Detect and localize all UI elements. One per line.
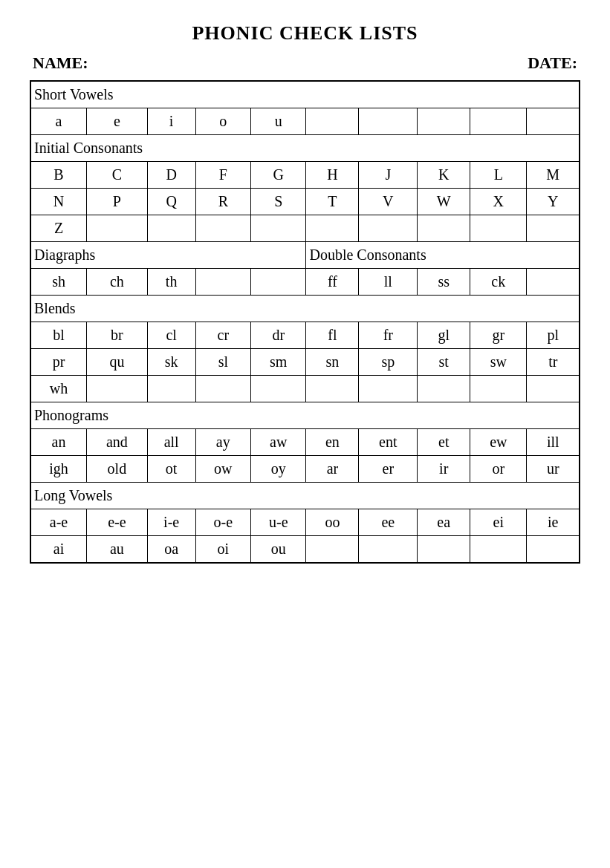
cell-bl-pl: pl [527,322,580,349]
cell-ic-blank2 [147,215,195,242]
cell-ic-blank9 [527,215,580,242]
cell-bl-sn: sn [306,349,359,376]
cell-lv-blank3 [418,536,470,564]
cell-dc-ll: ll [359,269,418,296]
cell-bl-st: st [418,349,470,376]
cell-ic-K: K [418,162,470,189]
cell-bl-tr: tr [527,349,580,376]
cell-bl-blank3 [195,376,250,402]
blends-header-row: Blends [30,296,580,322]
short-vowels-header-row: Short Vowels [30,81,580,108]
cell-ic-R: R [195,189,250,215]
diagraphs-header-row: Diagraphs Double Consonants [30,242,580,269]
cell-ic-Z: Z [30,215,87,242]
cell-bl-sk: sk [147,349,195,376]
cell-ic-L: L [470,162,527,189]
initial-consonants-row2: N P Q R S T V W X Y [30,189,580,215]
cell-ic-blank6 [359,215,418,242]
cell-sv-blank3 [418,108,470,135]
cell-lv-oo: oo [306,509,359,536]
phonic-checklist-table: Short Vowels a e i o u Initial Consonant… [30,80,580,564]
cell-dc-ck: ck [470,269,527,296]
cell-ic-P: P [87,189,148,215]
cell-bl-sw: sw [470,349,527,376]
cell-ic-blank1 [87,215,148,242]
cell-ic-F: F [195,162,250,189]
phonograms-row2: igh old ot ow oy ar er ir or ur [30,456,580,483]
cell-ph-oy: oy [251,456,306,483]
cell-ph-old: old [87,456,148,483]
cell-lv-ee2: ee [359,509,418,536]
cell-ph-or: or [470,456,527,483]
cell-bl-blank2 [147,376,195,402]
initial-consonants-header-row: Initial Consonants [30,135,580,162]
cell-ic-N: N [30,189,87,215]
cell-dg-th: th [147,269,195,296]
double-consonants-header: Double Consonants [306,242,580,269]
cell-ic-Q: Q [147,189,195,215]
long-vowels-header: Long Vowels [30,483,580,509]
long-vowels-row1: a-e e-e i-e o-e u-e oo ee ea ei ie [30,509,580,536]
cell-ic-blank5 [306,215,359,242]
cell-bl-blank6 [359,376,418,402]
blends-row2: pr qu sk sl sm sn sp st sw tr [30,349,580,376]
cell-bl-fr: fr [359,322,418,349]
cell-dc-ff: ff [306,269,359,296]
cell-ph-ent: ent [359,429,418,456]
cell-sv-i: i [147,108,195,135]
cell-lv-au: au [87,536,148,564]
cell-ic-blank4 [251,215,306,242]
cell-bl-gl: gl [418,322,470,349]
long-vowels-row2: ai au oa oi ou [30,536,580,564]
cell-ph-aw: aw [251,429,306,456]
cell-ph-all: all [147,429,195,456]
cell-ph-er: er [359,456,418,483]
cell-ph-et: et [418,429,470,456]
cell-ic-X: X [470,189,527,215]
cell-lv-blank1 [306,536,359,564]
initial-consonants-header: Initial Consonants [30,135,580,162]
cell-ic-blank7 [418,215,470,242]
phonograms-header-row: Phonograms [30,402,580,429]
cell-bl-blank7 [418,376,470,402]
cell-bl-sp: sp [359,349,418,376]
cell-ic-Y: Y [527,189,580,215]
cell-ph-ur: ur [527,456,580,483]
cell-sv-blank1 [306,108,359,135]
cell-dg-ch: ch [87,269,148,296]
blends-header: Blends [30,296,580,322]
cell-ph-ew: ew [470,429,527,456]
cell-bl-gr: gr [470,322,527,349]
cell-lv-ai: ai [30,536,87,564]
cell-ic-M: M [527,162,580,189]
cell-lv-oi: oi [195,536,250,564]
cell-bl-cl: cl [147,322,195,349]
cell-ph-ir: ir [418,456,470,483]
cell-lv-ei: ei [470,509,527,536]
cell-ph-ill: ill [527,429,580,456]
cell-lv-blank4 [470,536,527,564]
cell-lv-ae: a-e [30,509,87,536]
cell-bl-blank5 [306,376,359,402]
cell-sv-blank2 [359,108,418,135]
cell-bl-bl: bl [30,322,87,349]
cell-bl-blank4 [251,376,306,402]
page-title: PHONIC CHECK LISTS [30,22,580,45]
short-vowels-row: a e i o u [30,108,580,135]
cell-bl-sm: sm [251,349,306,376]
cell-dc-ss: ss [418,269,470,296]
phonograms-header: Phonograms [30,402,580,429]
cell-bl-cr: cr [195,322,250,349]
cell-bl-br: br [87,322,148,349]
cell-lv-ie: i-e [147,509,195,536]
cell-ph-en: en [306,429,359,456]
name-label: NAME: [33,53,88,73]
diagraphs-header: Diagraphs [30,242,306,269]
cell-ic-V: V [359,189,418,215]
cell-bl-pr: pr [30,349,87,376]
cell-bl-dr: dr [251,322,306,349]
cell-ph-ow: ow [195,456,250,483]
cell-lv-ue: u-e [251,509,306,536]
cell-ic-J: J [359,162,418,189]
cell-ph-igh: igh [30,456,87,483]
